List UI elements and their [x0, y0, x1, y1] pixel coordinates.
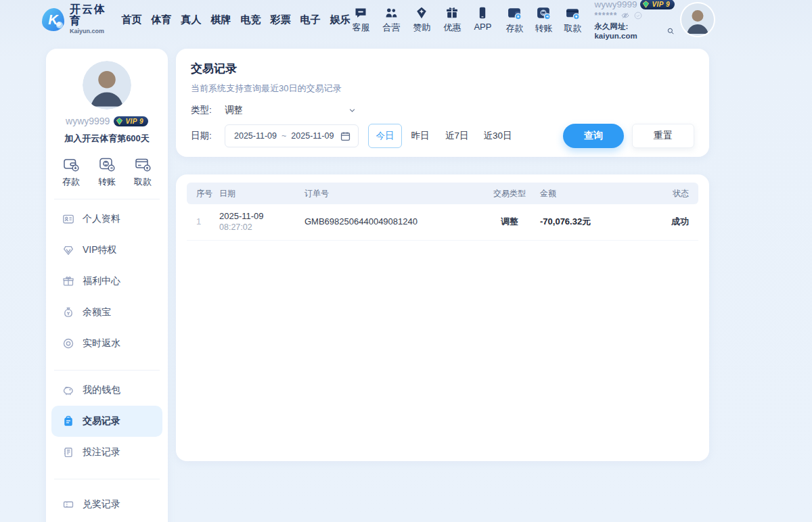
row-datetime: 2025-11-09 08:27:02 — [219, 211, 304, 232]
eye-off-icon[interactable] — [621, 11, 630, 20]
piggy-bank-icon — [62, 384, 74, 396]
row-type: 调整 — [479, 216, 540, 228]
table-header: 序号 日期 订单号 交易类型 金额 状态 — [187, 183, 698, 204]
app-download-button[interactable]: APP — [472, 6, 493, 34]
sidebar-menu-misc: 兑奖记录 消息中心 99+ — [46, 479, 168, 522]
col-index: 序号 — [196, 188, 219, 199]
deposit-wallet-icon — [507, 5, 522, 21]
sponsor-button[interactable]: 赞助 — [411, 6, 432, 34]
search-icon[interactable] — [667, 26, 675, 36]
main-nav: 首页 体育 真人 棋牌 电竞 彩票 电子 娱乐 — [121, 14, 350, 26]
quick-range-tabs: 今日 昨日 近7日 近30日 — [368, 124, 519, 148]
date-label: 日期: — [191, 130, 225, 142]
sidebar-withdraw-button[interactable]: 取款 — [134, 156, 152, 188]
support-button[interactable]: 客服 — [350, 6, 371, 34]
col-date: 日期 — [219, 188, 304, 199]
filter-panel: 交易记录 当前系统支持查询最近30日的交易记录 类型: 调整 日期: 2025-… — [176, 49, 709, 157]
date-start: 2025-11-09 — [234, 131, 277, 141]
transaction-book-icon — [62, 415, 74, 427]
masked-balance: ****** — [594, 11, 617, 20]
nav-item-live[interactable]: 真人 — [181, 14, 201, 26]
transfer-button[interactable]: 转账 — [533, 5, 554, 34]
sidebar-item-transactions[interactable]: 交易记录 — [51, 406, 162, 437]
sidebar-item-rebate[interactable]: 实时返水 — [46, 328, 168, 359]
sidebar-item-yuebao[interactable]: 余额宝 — [46, 297, 168, 328]
profile-username: wywy9999 — [66, 116, 110, 126]
quick-links: 客服 合营 赞助 优惠 APP — [350, 6, 493, 34]
sidebar-item-wallet[interactable]: 我的钱包 — [46, 375, 168, 406]
reset-button[interactable]: 重置 — [632, 124, 694, 148]
permanent-url-label: 永久网址: kaiyun.com — [594, 22, 662, 40]
row-index: 1 — [196, 216, 219, 227]
brand-domain: Kaiyun.com — [70, 28, 112, 34]
people-icon — [384, 6, 398, 20]
vip-badge: VIP 9 — [640, 0, 675, 9]
rebate-icon — [62, 337, 74, 350]
phone-icon — [476, 6, 489, 20]
withdraw-card-icon — [565, 5, 581, 21]
sidebar-item-vip[interactable]: VIP特权 — [46, 235, 168, 266]
refresh-check-icon[interactable] — [633, 11, 643, 20]
member-days-label: 加入开云体育第600天 — [46, 133, 168, 145]
sidebar-menu-records: 我的钱包 交易记录 投注记录 — [46, 371, 168, 468]
top-bar: K 开云体育 Kaiyun.com 首页 体育 真人 棋牌 电竞 彩票 电子 娱… — [0, 0, 812, 39]
range-30days[interactable]: 近30日 — [477, 124, 519, 148]
row-order-number: GMB6982506440049081240 — [304, 216, 479, 227]
search-button[interactable]: 查询 — [563, 124, 624, 148]
sidebar-item-bets[interactable]: 投注记录 — [46, 437, 168, 468]
nav-item-esports[interactable]: 电竞 — [240, 14, 261, 26]
sidebar-deposit-button[interactable]: 存款 — [62, 156, 80, 188]
col-order: 订单号 — [304, 188, 479, 199]
deposit-button[interactable]: 存款 — [503, 5, 525, 34]
gem-icon — [116, 118, 123, 125]
date-range-input[interactable]: 2025-11-09 ~ 2025-11-09 — [225, 124, 359, 147]
date-end: 2025-11-09 — [291, 131, 334, 141]
avatar-image — [681, 3, 714, 36]
profile-vip-badge: VIP 9 — [114, 116, 148, 126]
sidebar: wywy9999 VIP 9 加入开云体育第600天 存款 转账 取款 个人资料… — [46, 49, 168, 522]
withdraw-button[interactable]: 取款 — [562, 5, 583, 34]
wallet-links: 存款 转账 取款 — [503, 5, 583, 34]
row-amount: -70,076.32元 — [540, 216, 641, 228]
table-row: 1 2025-11-09 08:27:02 GMB698250644004908… — [187, 204, 698, 241]
page-subtitle: 当前系统支持查询最近30日的交易记录 — [191, 82, 694, 95]
sidebar-item-prizes[interactable]: 兑奖记录 — [46, 489, 168, 520]
gift-icon — [62, 275, 74, 287]
nav-item-home[interactable]: 首页 — [121, 14, 141, 26]
sidebar-menu-account: 个人资料 VIP特权 福利中心 余额宝 实时返水 — [46, 199, 168, 359]
avatar[interactable] — [681, 3, 714, 36]
profile-avatar — [83, 61, 131, 110]
partner-button[interactable]: 合营 — [380, 6, 402, 34]
nav-item-slots[interactable]: 电子 — [300, 14, 320, 26]
kaiyun-logo-icon: K — [42, 8, 64, 31]
notebook-icon — [62, 446, 74, 458]
brand-logo[interactable]: K 开云体育 Kaiyun.com — [42, 4, 112, 34]
nav-item-cards[interactable]: 棋牌 — [210, 14, 231, 26]
row-status: 成功 — [641, 216, 689, 228]
range-yesterday[interactable]: 昨日 — [403, 124, 437, 148]
gift-icon — [445, 6, 459, 20]
nav-item-lottery[interactable]: 彩票 — [270, 14, 290, 26]
diamond-icon — [415, 6, 428, 20]
transfer-icon — [98, 156, 116, 173]
sidebar-item-benefits[interactable]: 福利中心 — [46, 266, 168, 297]
sidebar-item-profile[interactable]: 个人资料 — [46, 204, 168, 235]
nav-item-entertainment[interactable]: 娱乐 — [330, 14, 350, 26]
deposit-icon — [62, 156, 80, 173]
money-bag-icon — [62, 306, 74, 318]
username: wywy9999 — [594, 0, 637, 9]
type-select[interactable]: 调整 — [225, 104, 357, 116]
vip-diamond-icon — [62, 244, 74, 256]
nav-item-sports[interactable]: 体育 — [151, 14, 171, 26]
calendar-icon — [340, 130, 351, 142]
records-panel: 序号 日期 订单号 交易类型 金额 状态 1 2025-11-09 08:27:… — [176, 174, 709, 461]
ticket-icon — [62, 498, 74, 511]
range-today[interactable]: 今日 — [368, 124, 402, 148]
sidebar-transfer-button[interactable]: 转账 — [98, 156, 116, 188]
col-type: 交易类型 — [479, 188, 540, 199]
range-7days[interactable]: 近7日 — [438, 124, 476, 148]
chat-icon — [354, 6, 367, 20]
col-status: 状态 — [641, 188, 689, 199]
promo-button[interactable]: 优惠 — [441, 6, 463, 34]
sidebar-wallet-actions: 存款 转账 取款 — [46, 156, 168, 188]
